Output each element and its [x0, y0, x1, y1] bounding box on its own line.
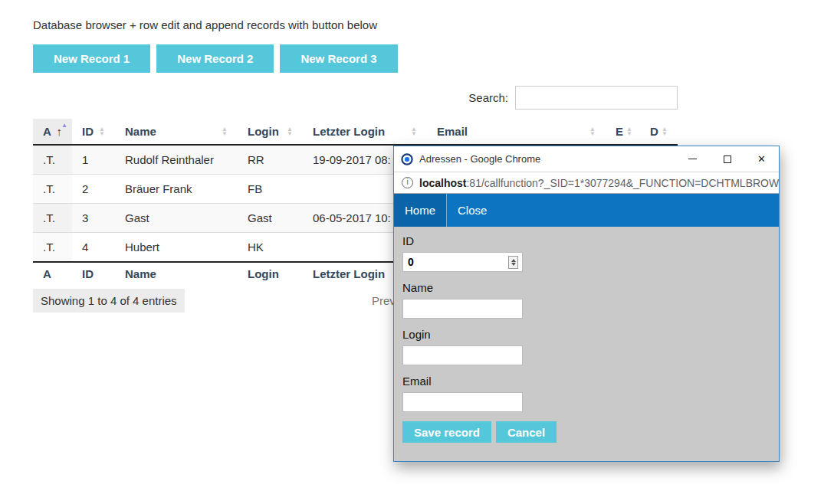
column-header-d[interactable]: D [640, 119, 678, 145]
page-title: Database browser + row edit and append r… [33, 18, 377, 31]
email-field-label: Email [402, 375, 770, 388]
url-path: :81/callfunction?_SID=1*3077294&_FUNCTIO… [466, 177, 779, 189]
login-field-label: Login [402, 328, 770, 341]
name-field-label: Name [402, 281, 770, 294]
column-header-id[interactable]: ID [72, 119, 115, 145]
close-window-button[interactable] [744, 146, 779, 172]
new-record-1-button[interactable]: New Record 1 [33, 44, 150, 73]
cell-id[interactable]: 2 [72, 175, 115, 204]
sort-icon [626, 127, 632, 136]
address-bar[interactable]: localhost:81/callfunction?_SID=1*3077294… [394, 172, 779, 194]
sort-icon [411, 127, 417, 136]
id-field-label: ID [402, 234, 770, 247]
number-spinner-icon[interactable] [508, 256, 518, 269]
spinner-down-icon [511, 263, 516, 266]
footer-header-a: A [33, 262, 72, 285]
search-label: Search: [468, 91, 508, 104]
window-controls [675, 146, 779, 172]
column-header-e-label: E [616, 125, 623, 138]
email-field[interactable] [402, 392, 523, 412]
cell-login[interactable]: HK [238, 233, 303, 263]
column-header-d-label: D [650, 125, 658, 138]
maximize-button[interactable] [710, 146, 744, 172]
cell-a[interactable]: .T. [33, 145, 72, 175]
column-header-email[interactable]: Email [427, 119, 606, 145]
sort-ascending-icon [57, 125, 63, 138]
close-icon [757, 154, 766, 164]
cell-name[interactable]: Gast [115, 204, 238, 233]
nav-item-home[interactable]: Home [394, 194, 447, 227]
column-header-letzter-login[interactable]: Letzter Login [303, 119, 427, 145]
cell-a[interactable]: .T. [33, 233, 72, 263]
sort-icon [287, 127, 293, 136]
cell-a[interactable]: .T. [33, 175, 72, 204]
column-header-login-label: Login [248, 125, 279, 138]
maximize-icon [724, 155, 731, 163]
cell-name[interactable]: Rudolf Reinthaler [115, 145, 238, 175]
new-record-3-button[interactable]: New Record 3 [280, 44, 397, 73]
minimize-button[interactable] [675, 146, 710, 172]
popup-navbar: Home Close [394, 194, 779, 227]
column-header-a[interactable]: A [33, 119, 72, 145]
spinner-up-icon [511, 259, 516, 262]
sort-icon [222, 127, 228, 136]
page-info-icon[interactable] [402, 177, 413, 188]
column-header-name[interactable]: Name [115, 119, 238, 145]
new-record-2-button[interactable]: New Record 2 [156, 44, 274, 73]
new-record-button-row: New Record 1 New Record 2 New Record 3 [33, 44, 398, 73]
cell-id[interactable]: 1 [72, 145, 115, 175]
login-field[interactable] [402, 345, 523, 365]
column-header-name-label: Name [125, 125, 156, 138]
cell-name[interactable]: Hubert [115, 233, 238, 263]
form-button-row: Save record Cancel [402, 421, 770, 443]
footer-header-name: Name [115, 262, 238, 285]
table-info: Showing 1 to 4 of 4 entries [33, 289, 185, 313]
name-field[interactable] [402, 299, 523, 319]
page: Database browser + row edit and append r… [0, 0, 834, 504]
column-header-login[interactable]: Login [238, 119, 303, 145]
table-header-row: A ID Name Login Letzter Login Email [33, 119, 678, 145]
column-header-a-label: A [43, 125, 51, 138]
nav-item-close[interactable]: Close [447, 194, 497, 227]
url-host: localhost [419, 177, 466, 189]
cancel-button[interactable]: Cancel [496, 421, 557, 443]
sort-icon [662, 127, 668, 136]
footer-header-id: ID [72, 262, 115, 285]
cell-login[interactable]: Gast [238, 204, 303, 233]
save-record-button[interactable]: Save record [402, 421, 491, 443]
column-header-id-label: ID [82, 125, 94, 138]
sort-icon [99, 127, 105, 136]
minimize-icon [688, 159, 697, 159]
column-header-letzter-login-label: Letzter Login [313, 125, 385, 138]
footer-header-login: Login [238, 262, 303, 285]
sort-icon [589, 127, 596, 136]
cell-a[interactable]: .T. [33, 204, 72, 233]
table-search-bar: Search: [33, 86, 678, 110]
column-header-email-label: Email [437, 125, 468, 138]
column-header-e[interactable]: E [606, 119, 640, 145]
chrome-icon [401, 153, 413, 165]
window-title: Adressen - Google Chrome [419, 153, 675, 165]
id-field-wrap [402, 252, 523, 272]
popup-window: Adressen - Google Chrome localhost:81/ca… [393, 146, 780, 462]
cell-id[interactable]: 4 [72, 233, 115, 263]
window-titlebar[interactable]: Adressen - Google Chrome [394, 146, 779, 172]
id-field[interactable] [402, 252, 523, 272]
record-edit-form: ID Name Login Email Save record Cancel [394, 227, 779, 461]
url-text: localhost:81/callfunction?_SID=1*3077294… [419, 177, 779, 189]
cell-login[interactable]: FB [238, 175, 303, 204]
cell-id[interactable]: 3 [72, 204, 115, 233]
cell-name[interactable]: Bräuer Frank [115, 175, 238, 204]
search-input[interactable] [515, 86, 678, 110]
cell-login[interactable]: RR [238, 145, 303, 175]
